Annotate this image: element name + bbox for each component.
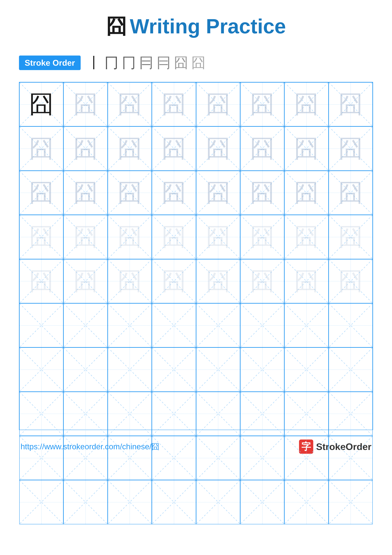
practice-character: 囧 bbox=[73, 220, 98, 254]
grid-cell[interactable]: 囧 bbox=[19, 259, 64, 303]
svg-line-110 bbox=[329, 348, 372, 391]
grid-cell[interactable] bbox=[240, 347, 284, 392]
grid-cell[interactable] bbox=[64, 303, 107, 347]
grid-cell[interactable] bbox=[284, 347, 328, 392]
grid-cell[interactable]: 囧 bbox=[64, 171, 107, 215]
grid-cell[interactable] bbox=[328, 392, 373, 436]
practice-character: 囧 bbox=[206, 220, 230, 254]
grid-cell[interactable] bbox=[152, 436, 196, 480]
stroke-7: 囧 bbox=[191, 53, 206, 73]
grid-cell[interactable] bbox=[64, 436, 107, 480]
grid-cell[interactable]: 囧 bbox=[328, 82, 373, 126]
svg-line-78 bbox=[329, 259, 372, 303]
grid-cell[interactable] bbox=[19, 480, 64, 524]
grid-cell[interactable]: 囧 bbox=[196, 259, 240, 303]
grid-cell[interactable] bbox=[196, 392, 240, 436]
grid-cell[interactable] bbox=[284, 480, 328, 524]
grid-cell[interactable]: 囧 bbox=[108, 82, 152, 126]
svg-line-65 bbox=[20, 259, 63, 303]
grid-cell[interactable]: 囧 bbox=[284, 215, 328, 259]
grid-cell[interactable] bbox=[240, 436, 284, 480]
grid-cell[interactable]: 囧 bbox=[64, 82, 107, 126]
svg-line-99 bbox=[64, 348, 107, 391]
grid-cell[interactable] bbox=[19, 347, 64, 392]
grid-cell[interactable]: 囧 bbox=[64, 126, 107, 171]
grid-cell[interactable] bbox=[19, 436, 64, 480]
grid-cell[interactable] bbox=[152, 347, 196, 392]
svg-line-73 bbox=[196, 259, 240, 303]
practice-character: 囧 bbox=[338, 265, 363, 298]
grid-cell[interactable]: 囧 bbox=[328, 171, 373, 215]
svg-line-79 bbox=[329, 259, 372, 303]
grid-cell[interactable] bbox=[108, 480, 152, 524]
grid-cell[interactable] bbox=[19, 392, 64, 436]
svg-line-40 bbox=[196, 171, 240, 215]
grid-cell[interactable]: 囧 bbox=[328, 126, 373, 171]
grid-cell[interactable] bbox=[284, 436, 328, 480]
grid-cell[interactable] bbox=[108, 303, 152, 347]
grid-cell[interactable]: 囧 bbox=[64, 215, 107, 259]
grid-cell[interactable]: 囧 bbox=[19, 126, 64, 171]
grid-cell[interactable]: 囧 bbox=[19, 215, 64, 259]
grid-cell[interactable]: 囧 bbox=[64, 259, 107, 303]
grid-cell[interactable]: 囧 bbox=[196, 126, 240, 171]
grid-cell[interactable]: 囧 bbox=[152, 82, 196, 126]
grid-cell[interactable]: 囧 bbox=[240, 215, 284, 259]
grid-cell[interactable] bbox=[284, 392, 328, 436]
grid-cell[interactable]: 囧 bbox=[284, 126, 328, 171]
svg-line-125 bbox=[285, 392, 328, 436]
grid-cell[interactable]: 囧 bbox=[108, 171, 152, 215]
grid-cell[interactable]: 囧 bbox=[240, 171, 284, 215]
grid-cell[interactable]: 囧 bbox=[19, 82, 64, 126]
grid-cell[interactable]: 囧 bbox=[108, 259, 152, 303]
grid-cell[interactable] bbox=[152, 480, 196, 524]
grid-cell[interactable]: 囧 bbox=[108, 215, 152, 259]
grid-cell[interactable]: 囧 bbox=[152, 259, 196, 303]
grid-cell[interactable] bbox=[196, 480, 240, 524]
grid-cell[interactable] bbox=[64, 480, 107, 524]
grid-cell[interactable]: 囧 bbox=[284, 259, 328, 303]
grid-cell[interactable] bbox=[240, 392, 284, 436]
grid-cell[interactable] bbox=[240, 303, 284, 347]
grid-cell[interactable] bbox=[64, 392, 107, 436]
practice-character: 囧 bbox=[338, 220, 363, 254]
grid-cell[interactable]: 囧 bbox=[152, 171, 196, 215]
practice-character: 囧 bbox=[162, 88, 186, 121]
grid-cell[interactable]: 囧 bbox=[328, 259, 373, 303]
grid-cell[interactable] bbox=[328, 480, 373, 524]
grid-cell[interactable] bbox=[108, 392, 152, 436]
grid-cell[interactable] bbox=[152, 303, 196, 347]
grid-cell[interactable]: 囧 bbox=[196, 215, 240, 259]
grid-cell[interactable] bbox=[196, 347, 240, 392]
grid-cell[interactable]: 囧 bbox=[196, 82, 240, 126]
svg-line-72 bbox=[196, 259, 240, 303]
practice-character: 囧 bbox=[29, 132, 54, 165]
grid-cell[interactable]: 囧 bbox=[152, 215, 196, 259]
grid-cell[interactable] bbox=[196, 436, 240, 480]
grid-cell[interactable] bbox=[328, 347, 373, 392]
svg-line-4 bbox=[108, 83, 151, 126]
grid-cell[interactable] bbox=[152, 392, 196, 436]
grid-cell[interactable]: 囧 bbox=[284, 82, 328, 126]
grid-cell[interactable] bbox=[196, 303, 240, 347]
grid-cell[interactable]: 囧 bbox=[108, 126, 152, 171]
grid-cell[interactable] bbox=[284, 303, 328, 347]
grid-cell[interactable] bbox=[240, 480, 284, 524]
practice-grid: 囧 囧 囧 囧 囧 囧 囧 囧 bbox=[19, 82, 373, 430]
svg-line-32 bbox=[20, 171, 63, 215]
grid-cell[interactable]: 囧 bbox=[196, 171, 240, 215]
grid-cell[interactable]: 囧 bbox=[240, 82, 284, 126]
grid-cell[interactable] bbox=[108, 436, 152, 480]
grid-cell[interactable]: 囧 bbox=[284, 171, 328, 215]
grid-cell[interactable]: 囧 bbox=[240, 126, 284, 171]
svg-line-42 bbox=[241, 171, 284, 215]
grid-cell[interactable]: 囧 bbox=[240, 259, 284, 303]
grid-cell[interactable]: 囧 bbox=[152, 126, 196, 171]
grid-cell[interactable]: 囧 bbox=[328, 215, 373, 259]
grid-cell[interactable] bbox=[328, 436, 373, 480]
grid-cell[interactable] bbox=[19, 303, 64, 347]
grid-cell[interactable] bbox=[64, 347, 107, 392]
grid-cell[interactable]: 囧 bbox=[19, 171, 64, 215]
grid-cell[interactable] bbox=[328, 303, 373, 347]
grid-cell[interactable] bbox=[108, 347, 152, 392]
